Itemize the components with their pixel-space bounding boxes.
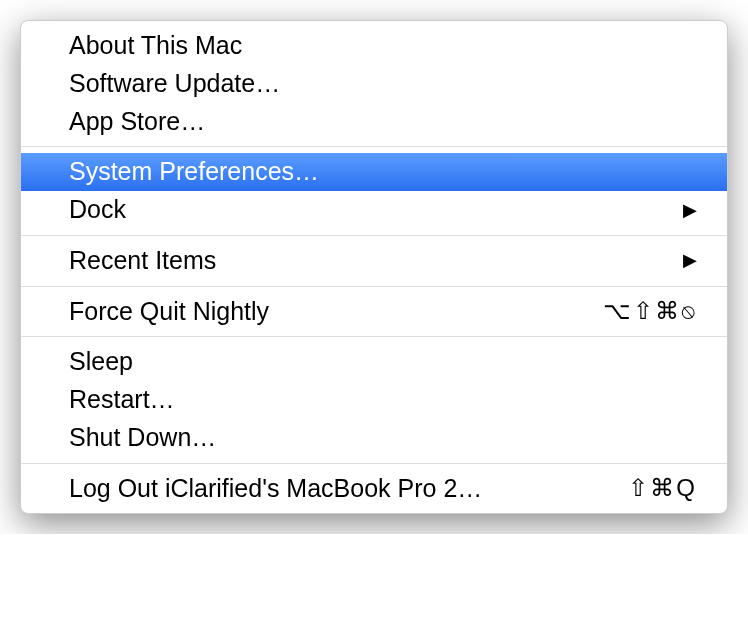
apple-menu: About This Mac Software Update… App Stor… (20, 20, 728, 514)
menu-separator (21, 286, 727, 287)
menu-separator (21, 336, 727, 337)
menu-item-label: Restart… (69, 383, 175, 417)
menu-item-dock[interactable]: Dock ▶ (21, 191, 727, 229)
menu-item-sleep[interactable]: Sleep (21, 343, 727, 381)
menu-item-label: Force Quit Nightly (69, 295, 269, 329)
keyboard-shortcut: ⌥⇧⌘⍉ (603, 295, 697, 327)
menu-item-label: System Preferences… (69, 155, 319, 189)
menu-item-force-quit[interactable]: Force Quit Nightly ⌥⇧⌘⍉ (21, 293, 727, 331)
menu-item-label: Shut Down… (69, 421, 216, 455)
menu-item-log-out[interactable]: Log Out iClarified's MacBook Pro 2… ⇧⌘Q (21, 470, 727, 508)
menu-item-label: Recent Items (69, 244, 216, 278)
menu-item-restart[interactable]: Restart… (21, 381, 727, 419)
menu-item-about-this-mac[interactable]: About This Mac (21, 27, 727, 65)
menu-item-recent-items[interactable]: Recent Items ▶ (21, 242, 727, 280)
menu-item-label: App Store… (69, 105, 205, 139)
menu-item-label: Software Update… (69, 67, 280, 101)
menu-separator (21, 463, 727, 464)
submenu-arrow-icon: ▶ (683, 198, 697, 222)
menu-item-shut-down[interactable]: Shut Down… (21, 419, 727, 457)
menu-separator (21, 146, 727, 147)
menu-item-app-store[interactable]: App Store… (21, 103, 727, 141)
menu-item-label: Log Out iClarified's MacBook Pro 2… (69, 472, 482, 506)
menu-item-system-preferences[interactable]: System Preferences… (21, 153, 727, 191)
submenu-arrow-icon: ▶ (683, 248, 697, 272)
menu-separator (21, 235, 727, 236)
menu-item-software-update[interactable]: Software Update… (21, 65, 727, 103)
menu-item-label: Dock (69, 193, 126, 227)
menu-item-label: About This Mac (69, 29, 242, 63)
keyboard-shortcut: ⇧⌘Q (628, 472, 697, 504)
menu-item-label: Sleep (69, 345, 133, 379)
